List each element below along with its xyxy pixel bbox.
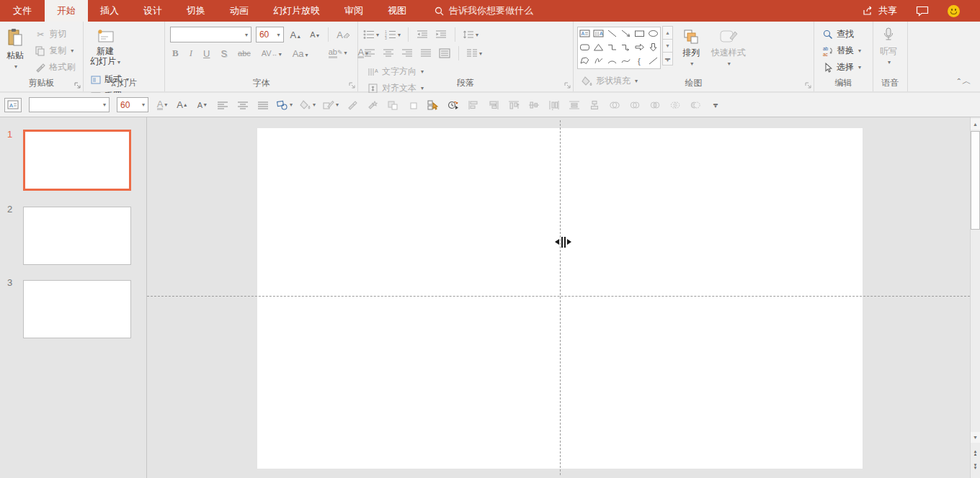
increase-font-button[interactable]: A▲ — [288, 29, 304, 41]
strikethrough-button[interactable]: abc — [236, 48, 253, 58]
qt-font-color-button[interactable]: A▾ — [156, 98, 169, 112]
tell-me-search[interactable]: 告诉我你想要做什么 — [435, 0, 533, 22]
align-right-button[interactable] — [401, 46, 414, 60]
vertical-scrollbar[interactable]: ▲ ▼ ▲▲ ▼▼ — [970, 117, 980, 478]
shape-rounded-rectangle[interactable] — [579, 42, 590, 54]
qt-send-backward-button[interactable] — [406, 98, 419, 112]
underline-button[interactable]: U — [201, 48, 212, 60]
qt-format-painter-button[interactable] — [346, 98, 359, 112]
shape-curve[interactable] — [620, 56, 631, 68]
qt-increase-font-button[interactable]: A▲ — [176, 98, 189, 112]
qt-align-left-button[interactable] — [216, 98, 229, 112]
font-dialog-launcher[interactable] — [348, 81, 356, 89]
clear-formatting-button[interactable]: A — [334, 29, 352, 41]
shape-textbox-vertical[interactable]: A — [593, 29, 604, 40]
highlight-button[interactable]: ab✎▾ — [326, 48, 349, 59]
shapes-scroll-down[interactable]: ▼ — [662, 39, 673, 53]
shape-right-arrow[interactable] — [634, 42, 645, 54]
replace-button[interactable]: abac 替换▾ — [819, 43, 864, 58]
qt-align-justify-button[interactable] — [257, 98, 270, 112]
distribute-text-button[interactable] — [438, 46, 451, 60]
qt-decrease-font-button[interactable]: A▼ — [196, 98, 209, 112]
qt-align-right-edges-button[interactable] — [487, 98, 500, 112]
shape-line-2[interactable] — [648, 56, 659, 68]
columns-button[interactable]: ▾ — [466, 46, 482, 60]
bullets-button[interactable]: ▾ — [363, 27, 379, 42]
slide-thumbnail-3[interactable] — [23, 280, 131, 338]
qt-shapes-button[interactable]: ▾ — [277, 98, 293, 112]
line-spacing-button[interactable]: ▾ — [463, 27, 478, 42]
shape-freeform[interactable] — [579, 56, 590, 68]
qt-shape-fill-button[interactable]: ▾ — [300, 98, 316, 112]
slide-thumbnail-1[interactable] — [23, 130, 131, 191]
character-spacing-button[interactable]: AV↔▾ — [259, 48, 284, 58]
text-shadow-button[interactable]: S — [218, 48, 229, 60]
find-button[interactable]: 查找 — [819, 27, 864, 42]
paste-dropdown[interactable]: ▾ — [14, 63, 17, 70]
qt-toolbar-overflow-button[interactable]: ▬▼ — [709, 98, 722, 112]
qt-animation-painter-button[interactable] — [366, 98, 379, 112]
decrease-font-button[interactable]: A▼ — [308, 30, 322, 40]
decrease-indent-button[interactable] — [416, 27, 429, 42]
previous-slide-button[interactable]: ▲▲ — [971, 447, 980, 459]
qt-font-name-combo[interactable]: ▾ — [29, 97, 110, 112]
shapes-scroll-up[interactable]: ▲ — [662, 26, 673, 40]
qt-select-objects-button[interactable] — [427, 98, 440, 112]
paste-button[interactable]: 粘贴▾ — [2, 25, 28, 75]
select-button[interactable]: 选择▾ — [819, 60, 864, 75]
qt-center-objects-button[interactable] — [588, 98, 601, 112]
comments-icon[interactable] — [916, 6, 929, 17]
collapse-ribbon-button[interactable]: ⌃︿ — [956, 74, 971, 87]
qt-align-center-button[interactable] — [236, 98, 249, 112]
font-size-combo[interactable]: 60▾ — [256, 27, 284, 42]
format-painter-button[interactable]: 格式刷 — [32, 60, 78, 75]
shape-arc[interactable] — [607, 56, 618, 68]
quick-styles-button[interactable]: 快速样式▾ — [707, 25, 750, 72]
shape-arrow[interactable] — [620, 29, 631, 40]
horizontal-guide[interactable] — [147, 296, 970, 297]
vertical-guide[interactable] — [560, 120, 561, 475]
tab-animations[interactable]: 动画 — [218, 0, 261, 22]
qt-merge-intersect-button[interactable] — [669, 98, 682, 112]
copy-button[interactable]: 复制▾ — [32, 43, 78, 58]
tab-slideshow[interactable]: 幻灯片放映 — [261, 0, 332, 22]
qt-distribute-horizontal-button[interactable] — [548, 98, 561, 112]
qt-font-size-combo[interactable]: 60▾ — [117, 97, 148, 112]
tab-insert[interactable]: 插入 — [88, 0, 131, 22]
shape-line[interactable] — [607, 29, 618, 40]
qt-merge-subtract-button[interactable] — [689, 98, 702, 112]
tab-design[interactable]: 设计 — [131, 0, 174, 22]
qt-merge-union-button[interactable] — [608, 98, 621, 112]
paragraph-dialog-launcher[interactable] — [564, 81, 571, 89]
slide-canvas[interactable] — [147, 117, 970, 478]
drawing-dialog-launcher[interactable] — [804, 81, 812, 89]
slide-thumbnail-2[interactable] — [23, 207, 131, 265]
qt-align-left-edges-button[interactable] — [467, 98, 480, 112]
new-slide-button[interactable]: 新建幻灯片▾ — [86, 25, 125, 71]
share-button[interactable]: 共享 — [863, 4, 897, 17]
cut-button[interactable]: ✂ 剪切 — [32, 27, 78, 42]
shape-oval[interactable] — [648, 29, 659, 40]
shape-triangle[interactable] — [593, 42, 604, 54]
shape-elbow-connector[interactable] — [607, 42, 618, 54]
qt-distribute-vertical-button[interactable] — [568, 98, 581, 112]
shapes-gallery-more[interactable]: ▬▼ — [662, 52, 673, 66]
clipboard-dialog-launcher[interactable] — [74, 81, 81, 89]
tab-file[interactable]: 文件 — [0, 0, 45, 22]
feedback-smiley-icon[interactable] — [948, 5, 960, 17]
arrange-button[interactable]: 排列▾ — [678, 25, 704, 72]
tab-view[interactable]: 视图 — [375, 0, 419, 22]
numbering-button[interactable]: 123▾ — [385, 27, 401, 42]
tab-home[interactable]: 开始 — [45, 0, 88, 22]
align-center-button[interactable] — [382, 46, 395, 60]
scroll-down-button[interactable]: ▼ — [971, 432, 980, 443]
italic-button[interactable]: I — [187, 47, 195, 60]
shape-left-brace[interactable]: { — [634, 56, 645, 68]
shape-elbow-arrow-connector[interactable] — [620, 42, 631, 54]
change-case-button[interactable]: Aa▾ — [290, 48, 311, 60]
shape-rectangle[interactable] — [634, 29, 645, 40]
qt-merge-combine-button[interactable] — [628, 98, 641, 112]
next-slide-button[interactable]: ▼▼ — [971, 461, 980, 472]
dictate-button[interactable]: 听写▾ — [876, 25, 901, 71]
scrollbar-thumb[interactable] — [971, 131, 980, 230]
